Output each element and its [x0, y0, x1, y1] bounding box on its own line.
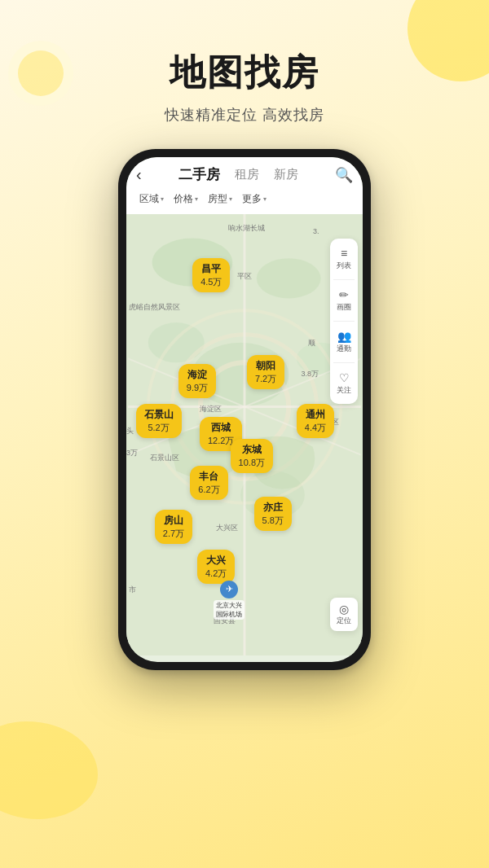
filter-type-arrow: ▾ [229, 195, 232, 203]
airport-icon: ✈ [220, 581, 238, 598]
draw-label: 画圈 [337, 302, 351, 313]
filter-type[interactable]: 房型 ▾ [205, 191, 236, 208]
phone-wrapper: ‹ 二手房 租房 新房 🔍 区域 ▾ 价格 ▾ [0, 149, 489, 670]
location-label: 定位 [337, 616, 351, 626]
district-haidian[interactable]: 海淀 9.9万 [178, 364, 216, 398]
airport-marker[interactable]: ✈ 北京大兴国际机场 [214, 581, 244, 620]
toolbar-follow[interactable]: ♡ 关注 [333, 366, 355, 401]
district-yizhuang[interactable]: 亦庄 5.8万 [254, 497, 292, 531]
filter-price-arrow: ▾ [195, 195, 198, 203]
svg-point-2 [257, 258, 321, 298]
district-changping[interactable]: 昌平 4.5万 [192, 258, 230, 292]
filter-more-label: 更多 [242, 192, 262, 206]
follow-icon: ♡ [339, 371, 350, 384]
toolbar-commute[interactable]: 👥 通勤 [333, 325, 355, 359]
tab-secondhand[interactable]: 二手房 [178, 165, 220, 184]
commute-icon: 👥 [337, 330, 351, 343]
phone-top-bar: ‹ 二手房 租房 新房 🔍 区域 ▾ 价格 ▾ [126, 157, 363, 214]
filter-area-label: 区域 [139, 192, 159, 206]
svg-point-4 [148, 322, 205, 362]
back-button[interactable]: ‹ [136, 165, 142, 184]
toolbar-divider-2 [333, 321, 355, 322]
header: 地图找房 快速精准定位 高效找房 [0, 0, 489, 125]
airport-label: 北京大兴国际机场 [214, 600, 244, 620]
toolbar-divider-1 [333, 279, 355, 280]
filter-more[interactable]: 更多 ▾ [239, 191, 270, 208]
phone-device: ‹ 二手房 租房 新房 🔍 区域 ▾ 价格 ▾ [118, 149, 371, 670]
tab-new[interactable]: 新房 [274, 167, 298, 182]
deco-blob-bottom-left [0, 721, 98, 819]
commute-label: 通勤 [337, 344, 351, 354]
district-shijingshan[interactable]: 石景山 5.2万 [136, 404, 182, 438]
tab-rental[interactable]: 租房 [235, 167, 259, 182]
map-area[interactable]: 响水湖长城 虎峪自然风景区 平区 海淀区 石景山区 大兴区 固安县 市 3. 头… [126, 214, 363, 655]
nav-row: ‹ 二手房 租房 新房 🔍 [136, 165, 353, 191]
location-button[interactable]: ◎ 定位 [330, 598, 358, 631]
filter-area[interactable]: 区域 ▾ [136, 191, 167, 208]
toolbar-divider-3 [333, 362, 355, 363]
side-toolbar: ≡ 列表 ✏ 画圈 👥 通勤 ♡ [330, 239, 358, 404]
follow-label: 关注 [337, 385, 351, 396]
list-label: 列表 [337, 261, 351, 271]
district-fangshan[interactable]: 房山 2.7万 [155, 510, 192, 544]
draw-icon: ✏ [339, 288, 349, 301]
filter-type-label: 房型 [208, 192, 227, 206]
search-icon[interactable]: 🔍 [335, 166, 353, 184]
list-icon: ≡ [341, 247, 347, 260]
district-dongcheng[interactable]: 东城 10.8万 [231, 439, 273, 473]
district-daxing[interactable]: 大兴 4.2万 [197, 550, 235, 584]
toolbar-draw[interactable]: ✏ 画圈 [333, 283, 355, 318]
filter-more-arrow: ▾ [263, 195, 267, 203]
district-chaoyang[interactable]: 朝阳 7.2万 [247, 355, 284, 389]
location-icon: ◎ [339, 603, 349, 616]
district-fengtai[interactable]: 丰台 6.2万 [190, 466, 227, 500]
page-subtitle: 快速精准定位 高效找房 [0, 105, 489, 125]
district-tongzhou[interactable]: 通州 4.4万 [297, 404, 334, 438]
nav-tabs: 二手房 租房 新房 [178, 165, 298, 184]
filter-price[interactable]: 价格 ▾ [170, 191, 201, 208]
filter-row: 区域 ▾ 价格 ▾ 房型 ▾ 更多 ▾ [136, 191, 353, 214]
filter-area-arrow: ▾ [161, 195, 164, 203]
filter-price-label: 价格 [174, 192, 193, 206]
toolbar-list[interactable]: ≡ 列表 [333, 242, 355, 276]
page-title: 地图找房 [0, 49, 489, 97]
phone-screen: ‹ 二手房 租房 新房 🔍 区域 ▾ 价格 ▾ [126, 157, 363, 662]
